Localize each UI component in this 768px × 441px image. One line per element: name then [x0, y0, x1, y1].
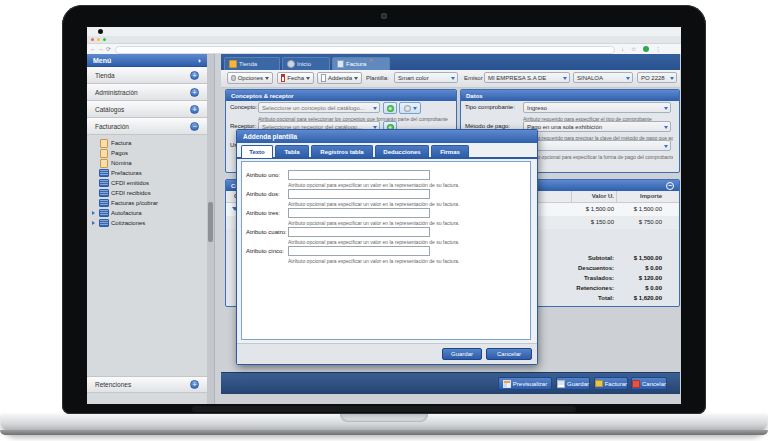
tab-tienda[interactable]: Tienda: [224, 57, 280, 70]
atributo-help: Atributo opcional para especificar un va…: [288, 201, 526, 207]
stack-icon: [99, 179, 109, 187]
facturar-button[interactable]: Facturar: [594, 377, 628, 390]
traffic-close-icon[interactable]: [91, 38, 94, 41]
sidebar-section-tienda[interactable]: Tienda +: [87, 67, 207, 84]
atributo-cuatro-input[interactable]: [288, 227, 430, 237]
fecha-button[interactable]: Fecha: [277, 72, 314, 84]
section-label: Catálogos: [95, 106, 124, 113]
back-icon[interactable]: [90, 45, 96, 53]
expand-arrow-icon[interactable]: [92, 221, 95, 225]
profile-avatar[interactable]: [643, 46, 649, 52]
laptop-screen: Menú Tienda + Administración + Catálogos…: [87, 27, 681, 404]
laptop-notch: [340, 414, 428, 422]
expand-icon[interactable]: +: [190, 105, 199, 114]
tab-favicon-icon: [98, 29, 103, 34]
sidebar-item-cfdi-emitidos[interactable]: CFDI emitidos: [87, 178, 207, 188]
browser-menu-icon[interactable]: [655, 45, 661, 53]
concepto-options-button[interactable]: [399, 102, 421, 114]
sidebar-item-cfdi-recibidos[interactable]: CFDI recibidos: [87, 188, 207, 198]
gear-icon: [404, 105, 411, 112]
invoice-page-icon: [100, 159, 108, 168]
atributo-cinco-input[interactable]: [288, 246, 430, 256]
forma-pago-select[interactable]: [523, 140, 671, 151]
sidebar-item-autofactura[interactable]: Autofactura: [87, 208, 207, 218]
laptop-base: [0, 414, 768, 435]
atributo-help: Atributo opcional para especificar un va…: [288, 258, 526, 264]
plantilla-select[interactable]: Smart color: [394, 72, 458, 83]
sidebar-title: Menú: [93, 57, 111, 64]
atributo-uno-label: Atributo uno:: [246, 172, 280, 178]
laptop-bezel: Menú Tienda + Administración + Catálogos…: [62, 5, 706, 414]
cancelar-button[interactable]: Cancelar: [631, 377, 667, 390]
sidebar-item-factura[interactable]: Factura: [87, 138, 207, 148]
traffic-minimize-icon[interactable]: [97, 38, 100, 41]
bookmark-star-icon[interactable]: [631, 45, 636, 53]
tab-factura[interactable]: Factura ×: [332, 57, 390, 70]
expand-icon[interactable]: +: [190, 88, 199, 97]
atributo-dos-label: Atributo dos:: [246, 191, 280, 197]
modal-title: Addenda plantilla: [243, 133, 297, 140]
expand-icon[interactable]: +: [190, 71, 199, 80]
previsualizar-button[interactable]: Previsualizar: [498, 377, 552, 390]
serie-select[interactable]: PO 2228: [637, 72, 677, 83]
url-input[interactable]: [115, 46, 615, 54]
add-concepto-button[interactable]: [383, 102, 397, 114]
concepto-select[interactable]: Seleccione un concepto del catálogo...: [258, 102, 380, 113]
panel-header: Datos: [461, 90, 679, 101]
emisor-select[interactable]: MI EMPRESA S.A DE: [484, 72, 570, 83]
opciones-button[interactable]: Opciones: [227, 72, 273, 84]
collapse-panel-icon[interactable]: [666, 182, 674, 190]
modal-content: Atributo uno: Atributo opcional para esp…: [241, 161, 531, 340]
sidebar-item-facturas-pcobrar[interactable]: Facturas p/cobrar: [87, 198, 207, 208]
traffic-zoom-icon[interactable]: [103, 38, 106, 41]
laptop-mockup: Menú Tienda + Administración + Catálogos…: [0, 0, 768, 441]
chevron-down-icon: [354, 77, 358, 80]
preview-grid-icon: [503, 380, 511, 388]
forward-icon[interactable]: [98, 45, 104, 53]
tab-close-icon[interactable]: ×: [369, 58, 372, 63]
collapse-icon[interactable]: −: [190, 122, 199, 131]
atributo-help: Atributo opcional para especificar un va…: [288, 220, 526, 226]
sidebar-item-prefacturas[interactable]: Prefacturas: [87, 168, 207, 178]
guardar-button[interactable]: Guardar: [556, 377, 590, 390]
expand-arrow-icon[interactable]: [92, 211, 95, 215]
collapse-all-icon[interactable]: [197, 57, 201, 64]
bottom-action-bar: Previsualizar Guardar Facturar Cancelar: [221, 372, 680, 394]
atributo-tres-label: Atributo tres:: [246, 210, 280, 216]
tab-inicio[interactable]: Inicio: [282, 57, 330, 70]
total-value: $ 1,620.00: [572, 295, 662, 301]
scrollbar-thumb[interactable]: [208, 202, 213, 242]
retenciones-value: $ 0.00: [572, 285, 662, 291]
calendar-icon: [281, 74, 285, 82]
stack-icon: [99, 209, 109, 217]
atributo-uno-input[interactable]: [288, 170, 430, 180]
sidebar-section-catalogos[interactable]: Catálogos +: [87, 101, 207, 118]
col-importe[interactable]: Importe: [572, 193, 662, 199]
atributo-tres-input[interactable]: [288, 208, 430, 218]
sidebar-section-facturacion[interactable]: Facturación −: [87, 118, 207, 135]
laptop-hinge: [192, 406, 576, 412]
reload-icon[interactable]: [106, 45, 111, 53]
tipo-comprobante-label: Tipo comprobante:: [465, 104, 515, 110]
chevron-down-icon: [265, 77, 269, 80]
sidebar-item-cotizaciones[interactable]: Cotizaciones: [87, 218, 207, 228]
sidebar-section-administracion[interactable]: Administración +: [87, 84, 207, 101]
sidebar-item-pagos[interactable]: Pagos: [87, 148, 207, 158]
metodo-pago-select[interactable]: Pago en una sola exhibición: [523, 121, 671, 132]
sidebar-section-retenciones[interactable]: Retenciones +: [87, 376, 207, 393]
modal-guardar-button[interactable]: Guardar: [442, 348, 482, 360]
sidebar-item-nomina[interactable]: Nómina: [87, 158, 207, 168]
addenda-button[interactable]: Addenda: [317, 72, 362, 84]
modal-tab-texto[interactable]: Texto: [241, 145, 273, 158]
modal-cancelar-button[interactable]: Cancelar: [486, 348, 532, 360]
forma-pago-help: Atributo opcional para especificar la fo…: [523, 154, 673, 160]
expand-icon[interactable]: +: [190, 380, 199, 389]
estado-select[interactable]: SINALOA: [573, 72, 633, 83]
modal-titlebar[interactable]: Addenda plantilla: [237, 130, 537, 143]
emisor-label: Emisor: [464, 75, 483, 81]
sidebar-scrollbar[interactable]: [207, 54, 215, 404]
tipo-comprobante-select[interactable]: Ingreso: [523, 102, 671, 113]
invoice-page-icon: [100, 149, 108, 158]
download-icon[interactable]: [621, 45, 624, 53]
atributo-dos-input[interactable]: [288, 189, 430, 199]
